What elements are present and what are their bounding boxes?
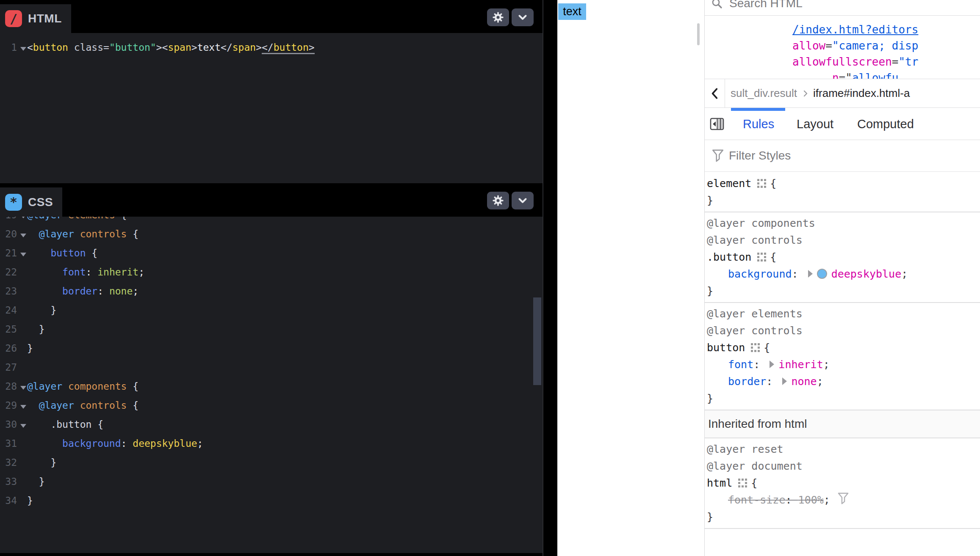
tab-html[interactable]: / HTML	[0, 4, 71, 33]
rule-close-brace: }	[707, 283, 980, 300]
css-panel-header: * CSS	[0, 183, 543, 217]
expand-arrow-icon[interactable]	[770, 361, 774, 368]
selector-highlighter-icon[interactable]	[751, 343, 759, 352]
breadcrumb: sult_div.result iframe#index.html-a	[705, 79, 980, 108]
line-number: 33	[0, 472, 17, 491]
markup-view[interactable]: /index.html?editorsallow="camera; dispal…	[705, 16, 980, 79]
code-text: @layer components {	[27, 381, 138, 392]
html-settings-button[interactable]	[487, 8, 509, 26]
fold-arrow-icon[interactable]	[17, 415, 27, 434]
code-line[interactable]: 29 @layer controls {	[0, 396, 543, 415]
css-settings-button[interactable]	[487, 192, 509, 209]
filter-placeholder: Filter Styles	[729, 149, 791, 162]
sidebar-toggle-icon[interactable]	[710, 117, 724, 132]
code-text: }	[27, 457, 56, 468]
rule-block: @layer reset@layer documenthtml{font-siz…	[705, 438, 980, 529]
selector-highlighter-icon[interactable]	[738, 479, 747, 487]
markup-line[interactable]: allowfullscreen="tr	[792, 54, 980, 70]
filter-icon	[711, 149, 725, 165]
fold-arrow-icon[interactable]	[17, 217, 27, 225]
expand-arrow-icon[interactable]	[808, 270, 813, 278]
preview-rendered-button[interactable]: text	[558, 3, 586, 20]
html-code-editor[interactable]: 1<button class="button"><span>text</span…	[0, 33, 543, 183]
code-line[interactable]: 27	[0, 358, 543, 377]
code-line[interactable]: 1<button class="button"><span>text</span…	[0, 38, 543, 57]
css-declaration[interactable]: background: deepskyblue;	[707, 266, 980, 283]
fold-arrow-icon[interactable]	[17, 396, 27, 415]
css-declaration[interactable]: border: none;	[707, 373, 980, 390]
code-line[interactable]: 33 }	[0, 472, 543, 491]
code-line[interactable]: 25 }	[0, 320, 543, 339]
line-number: 22	[0, 263, 17, 282]
rule-selector[interactable]: html{	[707, 475, 980, 492]
chevron-left-icon	[709, 87, 721, 100]
line-number: 20	[0, 225, 17, 244]
html-tab-label: HTML	[28, 12, 62, 25]
code-text: .button {	[27, 419, 103, 430]
code-line[interactable]: 20 @layer controls {	[0, 225, 543, 244]
code-line[interactable]: 21 button {	[0, 244, 543, 263]
fold-arrow-icon[interactable]	[17, 225, 27, 244]
html-collapse-button[interactable]	[512, 8, 534, 26]
line-number: 19	[0, 217, 17, 225]
color-swatch[interactable]	[817, 269, 827, 279]
line-number: 27	[0, 358, 17, 377]
expand-arrow-icon[interactable]	[782, 377, 787, 385]
code-text: }	[27, 324, 45, 335]
css-collapse-button[interactable]	[512, 192, 534, 209]
breadcrumb-back-button[interactable]	[705, 79, 725, 107]
code-line[interactable]: 30 .button {	[0, 415, 543, 434]
html-panel-header: / HTML	[0, 0, 543, 33]
line-number: 32	[0, 453, 17, 472]
rule-selector[interactable]: element{	[707, 175, 980, 192]
panel-resize-gutter[interactable]	[543, 0, 557, 556]
selector-highlighter-icon[interactable]	[757, 179, 766, 187]
rule-selector[interactable]: .button{	[707, 249, 980, 266]
line-number: 26	[0, 339, 17, 358]
css-declaration[interactable]: font-size: 100%;	[707, 492, 980, 509]
filter-styles-input[interactable]: Filter Styles	[705, 140, 980, 172]
selector-highlighter-icon[interactable]	[757, 253, 766, 261]
fold-arrow-icon[interactable]	[17, 38, 27, 57]
markup-line[interactable]: allow="camera; disp	[792, 38, 980, 54]
line-number: 23	[0, 282, 17, 301]
devtools-search-bar[interactable]: Search HTML	[705, 0, 980, 16]
code-line[interactable]: 34}	[0, 491, 543, 510]
rule-block: element{}	[705, 172, 980, 212]
breadcrumb-item-result-div[interactable]: sult_div.result	[731, 87, 797, 100]
tab-rules[interactable]: Rules	[743, 108, 774, 140]
devtools-panel: Search HTML /index.html?editorsallow="ca…	[704, 0, 980, 556]
line-number: 25	[0, 320, 17, 339]
code-line[interactable]: 31 background: deepskyblue;	[0, 434, 543, 453]
code-line[interactable]: 26}	[0, 339, 543, 358]
code-text: @layer controls {	[27, 228, 138, 239]
fold-arrow-icon[interactable]	[17, 377, 27, 396]
breadcrumb-item-iframe[interactable]: iframe#index.html-a	[813, 87, 910, 100]
css-editor-scrollbar[interactable]	[533, 297, 541, 385]
code-text: }	[27, 476, 45, 487]
fold-arrow-icon[interactable]	[17, 244, 27, 263]
code-line[interactable]: 23 border: none;	[0, 282, 543, 301]
overridden-filter-icon[interactable]	[837, 492, 850, 510]
code-line[interactable]: 24 }	[0, 301, 543, 320]
tab-layout[interactable]: Layout	[797, 108, 833, 140]
code-line[interactable]: 22 font: inherit;	[0, 263, 543, 282]
markup-line[interactable]: n="allowfu	[792, 70, 980, 79]
preview-scrollbar[interactable]	[697, 23, 700, 45]
css-declaration[interactable]: font: inherit;	[707, 356, 980, 373]
chevron-down-icon	[516, 11, 529, 24]
markup-line[interactable]: /index.html?editors	[792, 22, 980, 38]
layer-annotation: @layer controls	[707, 322, 980, 339]
line-number: 28	[0, 377, 17, 396]
code-line[interactable]: 19@layer elements {	[0, 217, 543, 225]
tab-css[interactable]: * CSS	[0, 187, 62, 217]
html-icon: /	[5, 10, 22, 27]
code-line[interactable]: 28@layer components {	[0, 377, 543, 396]
app-window: / HTML	[0, 0, 980, 556]
chevron-right-icon	[801, 89, 810, 98]
rule-selector[interactable]: button{	[707, 339, 980, 356]
tab-computed[interactable]: Computed	[857, 108, 914, 140]
css-code-editor[interactable]: 19@layer elements {20 @layer controls {2…	[0, 217, 543, 553]
layer-annotation: @layer elements	[707, 306, 980, 322]
code-line[interactable]: 32 }	[0, 453, 543, 472]
